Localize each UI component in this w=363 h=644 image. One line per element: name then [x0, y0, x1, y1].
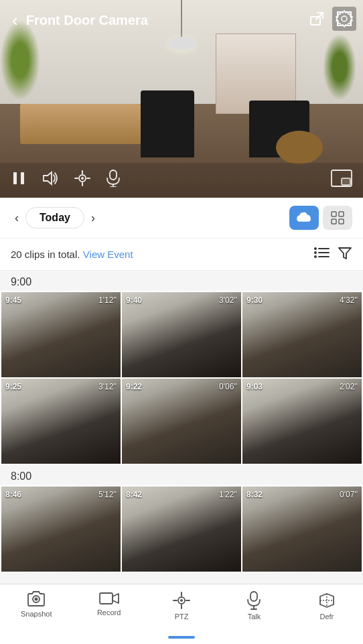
clips-count-text: 20 clips in total.	[11, 249, 80, 260]
svg-rect-1	[311, 17, 320, 25]
defr-icon	[317, 591, 336, 610]
svg-rect-31	[100, 593, 113, 604]
bottom-navigation: Snapshot Record PTZ	[0, 584, 363, 644]
nav-item-defr[interactable]: Defr	[291, 591, 363, 621]
grid-view-button[interactable]	[323, 206, 352, 230]
clip-item[interactable]: 9:45 1'12''	[1, 292, 121, 377]
svg-point-30	[35, 598, 38, 601]
camera-feed: ‹ Front Door Camera	[0, 0, 363, 198]
svg-rect-39	[250, 592, 257, 601]
svg-marker-32	[113, 594, 119, 603]
clip-time: 9:45	[5, 296, 21, 305]
clip-duration: 1'12''	[98, 296, 117, 305]
video-icon	[99, 591, 119, 606]
ptz-button[interactable]	[74, 170, 91, 191]
svg-rect-19	[332, 212, 336, 216]
camera-icon	[27, 591, 46, 607]
camera-title: Front Door Camera	[26, 13, 308, 28]
svg-point-34	[180, 599, 183, 602]
clip-duration: 5'12''	[98, 490, 117, 499]
clip-item[interactable]: 8:42 1'22''	[122, 487, 241, 572]
cloud-storage-button[interactable]	[289, 206, 319, 230]
clip-item[interactable]: 9:40 3'02''	[122, 292, 241, 377]
clip-time: 8:42	[126, 490, 142, 499]
svg-marker-7	[44, 172, 52, 184]
svg-rect-18	[342, 178, 350, 185]
nav-indicator	[168, 636, 195, 639]
svg-rect-5	[13, 172, 17, 184]
clip-item[interactable]: 9:03 2'02''	[242, 379, 362, 464]
ptz-nav-icon	[172, 591, 191, 610]
clip-time: 8:32	[246, 490, 263, 499]
content-area: ‹ Today ›	[0, 198, 363, 633]
pause-button[interactable]	[11, 170, 27, 190]
time-group-9: 9:00	[0, 271, 363, 291]
clip-time: 8:46	[5, 490, 21, 499]
camera-header: ‹ Front Door Camera	[0, 0, 363, 40]
clip-duration: 1'22''	[219, 490, 237, 499]
svg-rect-14	[110, 170, 117, 180]
clip-duration: 3'12''	[98, 382, 117, 391]
nav-label-defr: Defr	[319, 613, 334, 621]
svg-marker-3	[336, 11, 352, 27]
svg-rect-20	[339, 212, 344, 216]
svg-point-4	[342, 16, 347, 21]
time-label-9: 9:00	[11, 276, 352, 288]
clip-duration: 2'02''	[340, 382, 358, 391]
prev-date-button[interactable]: ‹	[11, 208, 23, 228]
clip-time: 9:30	[246, 296, 263, 305]
list-view-button[interactable]	[313, 246, 330, 263]
clip-time: 9:03	[246, 382, 263, 391]
pip-button[interactable]	[331, 170, 352, 191]
external-link-icon[interactable]	[308, 10, 325, 30]
nav-label-snapshot: Snapshot	[21, 610, 52, 618]
svg-point-24	[314, 251, 317, 254]
nav-item-talk[interactable]: Talk	[218, 591, 290, 621]
clip-duration: 0'06''	[219, 382, 237, 391]
date-pill[interactable]: Today	[25, 207, 84, 229]
back-button[interactable]: ‹	[9, 7, 21, 34]
time-label-8: 8:00	[11, 470, 352, 482]
svg-rect-6	[21, 172, 24, 184]
next-date-button[interactable]: ›	[87, 208, 99, 228]
clip-item[interactable]: 9:22 0'06''	[122, 379, 241, 464]
svg-point-23	[314, 247, 317, 250]
svg-rect-22	[339, 219, 344, 224]
clip-item[interactable]: 8:46 5'12''	[1, 487, 121, 572]
clips-info-bar: 20 clips in total. View Event	[0, 239, 363, 271]
svg-rect-21	[332, 219, 336, 224]
camera-controls-bar	[0, 163, 363, 198]
nav-item-record[interactable]: Record	[72, 591, 145, 617]
clip-time: 9:25	[5, 382, 21, 391]
clip-duration: 4'32''	[340, 296, 358, 305]
mic-nav-icon	[246, 591, 261, 610]
clip-duration: 3'02''	[219, 296, 237, 305]
clip-item[interactable]: 9:25 3'12''	[1, 379, 121, 464]
svg-point-25	[314, 255, 317, 258]
nav-item-ptz[interactable]: PTZ	[145, 591, 218, 621]
nav-label-ptz: PTZ	[175, 613, 189, 621]
clip-item[interactable]: 9:30 4'32''	[242, 292, 362, 377]
clip-time: 9:22	[126, 382, 142, 391]
volume-button[interactable]	[42, 170, 59, 190]
svg-point-9	[81, 177, 84, 180]
nav-item-snapshot[interactable]: Snapshot	[0, 591, 72, 618]
nav-label-talk: Talk	[248, 613, 261, 621]
time-group-8: 8:00	[0, 465, 363, 485]
clip-duration: 0'07''	[340, 490, 358, 499]
clip-item[interactable]: 8:32 0'07''	[242, 487, 362, 572]
view-event-link[interactable]: View Event	[83, 249, 133, 260]
date-navigation: ‹ Today ›	[0, 198, 363, 239]
nav-label-record: Record	[97, 608, 121, 617]
filter-button[interactable]	[338, 245, 352, 263]
mic-button[interactable]	[106, 170, 121, 191]
settings-icon[interactable]	[335, 9, 354, 31]
clips-grid-9: 9:45 1'12'' 9:40 3'02'' 9:30 4'32'' 9:25…	[0, 291, 363, 465]
clip-time: 9:40	[126, 296, 142, 305]
clips-grid-8: 8:46 5'12'' 8:42 1'22'' 8:32 0'07''	[0, 485, 363, 573]
